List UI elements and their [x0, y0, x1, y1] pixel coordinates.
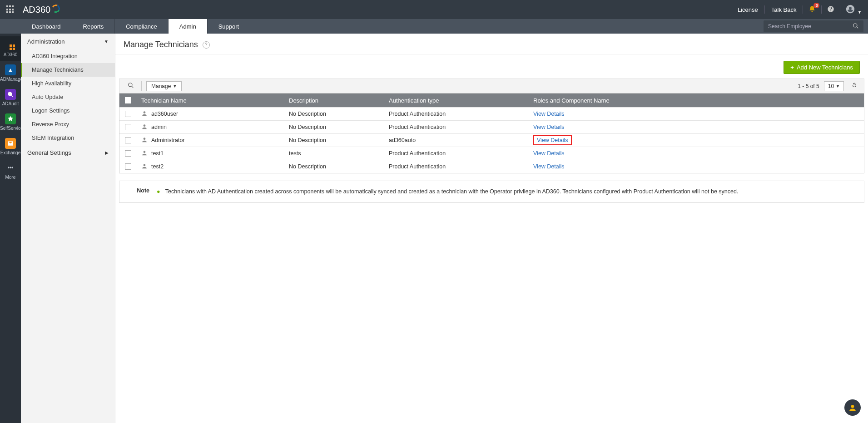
- help-icon[interactable]: ?: [203, 41, 210, 49]
- tabbar: Dashboard Reports Compliance Admin Suppo…: [0, 19, 868, 34]
- svg-point-1: [144, 111, 146, 113]
- description-cell: No Description: [284, 111, 384, 117]
- row-checkbox[interactable]: [125, 150, 131, 157]
- sidenav-item[interactable]: Manage Technicians: [21, 63, 115, 77]
- tab-admin[interactable]: Admin: [169, 19, 208, 34]
- svg-point-2: [144, 124, 146, 127]
- page-size-selector[interactable]: 10 ▼: [824, 81, 844, 91]
- table-row: AdministratorNo Descriptionad360autoView…: [119, 133, 864, 147]
- technician-name: test2: [151, 163, 164, 170]
- technician-name: ad360user: [151, 111, 178, 117]
- row-checkbox[interactable]: [125, 163, 131, 170]
- rail-label: SelfService: [0, 126, 21, 131]
- product-logo: AD360: [23, 5, 60, 15]
- rail-selfservice[interactable]: SelfService: [0, 110, 21, 134]
- divider: [821, 5, 822, 14]
- sidenav-section-label: General Settings: [27, 149, 71, 156]
- apps-grid-icon[interactable]: [5, 4, 16, 15]
- notifications-bell-icon[interactable]: 3: [807, 4, 818, 16]
- bullet-icon: ●: [157, 188, 160, 195]
- tab-reports[interactable]: Reports: [72, 19, 115, 34]
- view-details-link[interactable]: View Details: [533, 135, 572, 145]
- divider: [141, 81, 142, 91]
- sidenav-item[interactable]: AD360 Integration: [21, 49, 115, 63]
- search-icon[interactable]: [848, 23, 863, 30]
- help-icon[interactable]: [825, 4, 836, 16]
- table-search-icon[interactable]: [125, 81, 137, 91]
- view-details-link[interactable]: View Details: [533, 150, 565, 157]
- page-header: Manage Technicians ?: [115, 34, 868, 54]
- refresh-icon[interactable]: [848, 81, 860, 91]
- chat-bubble-button[interactable]: [844, 399, 861, 416]
- sidenav-item[interactable]: Logon Settings: [21, 104, 115, 118]
- main-content: Manage Technicians ? + Add New Technicia…: [115, 34, 868, 423]
- row-checkbox[interactable]: [125, 124, 131, 130]
- technicians-table: Technician Name Description Authenticati…: [119, 93, 864, 173]
- view-details-link[interactable]: View Details: [533, 124, 565, 130]
- user-icon: [141, 150, 148, 157]
- auth-cell: Product Authentication: [384, 124, 529, 130]
- rail-adaudit[interactable]: ADAudit: [0, 85, 21, 110]
- col-roles[interactable]: Roles and Component Name: [529, 97, 864, 104]
- sidenav-section-administration[interactable]: Administration ▼: [21, 34, 115, 49]
- table-row: ad360userNo DescriptionProduct Authentic…: [119, 107, 864, 120]
- notification-badge: 3: [813, 3, 819, 8]
- col-description[interactable]: Description: [284, 97, 384, 104]
- exchange-icon: [5, 138, 16, 149]
- chevron-down-icon: ▼: [104, 39, 109, 44]
- row-checkbox[interactable]: [125, 137, 131, 143]
- note-text: ● Technicians with AD Authentication cre…: [157, 187, 857, 196]
- user-icon: [141, 163, 148, 171]
- sidenav-item[interactable]: High Availability: [21, 77, 115, 90]
- note-body: Technicians with AD Authentication creat…: [165, 188, 739, 195]
- rail-ad360[interactable]: AD360: [0, 36, 21, 61]
- note-box: Note ● Technicians with AD Authenticatio…: [119, 181, 864, 203]
- topbar: AD360 License Talk Back 3 ▼: [0, 0, 868, 19]
- chevron-down-icon: ▼: [858, 10, 862, 15]
- sidenav-item[interactable]: SIEM Integration: [21, 131, 115, 145]
- select-all-checkbox[interactable]: [125, 97, 131, 103]
- table-header: Technician Name Description Authenticati…: [119, 93, 864, 107]
- tab-support[interactable]: Support: [208, 19, 251, 34]
- product-name: AD360: [23, 5, 50, 15]
- selfservice-icon: [5, 113, 16, 124]
- talkback-link[interactable]: Talk Back: [769, 5, 799, 15]
- rail-more[interactable]: ••• More: [0, 159, 21, 183]
- user-icon: [141, 123, 148, 131]
- divider: [803, 5, 803, 14]
- user-menu[interactable]: ▼: [844, 3, 863, 17]
- add-technicians-button[interactable]: + Add New Technicians: [784, 61, 860, 74]
- view-details-link[interactable]: View Details: [533, 163, 565, 170]
- tab-dashboard[interactable]: Dashboard: [21, 19, 72, 34]
- employee-search[interactable]: [764, 20, 863, 32]
- sidenav-section-label: Administration: [27, 38, 64, 45]
- description-cell: No Description: [284, 163, 384, 170]
- divider: [764, 5, 765, 14]
- tab-compliance[interactable]: Compliance: [115, 19, 169, 34]
- sidenav-section-general[interactable]: General Settings ▶: [21, 145, 115, 161]
- rail-exchange[interactable]: Exchange: [0, 134, 21, 159]
- search-input[interactable]: [764, 23, 848, 30]
- sidenav-item[interactable]: Reverse Proxy: [21, 118, 115, 131]
- chevron-down-icon: ▼: [173, 84, 177, 89]
- col-auth-type[interactable]: Authentication type: [384, 97, 529, 104]
- description-cell: tests: [284, 150, 384, 157]
- rail-label: AD360: [0, 52, 21, 57]
- svg-point-5: [144, 164, 146, 166]
- view-details-link[interactable]: View Details: [533, 111, 565, 117]
- col-technician-name[interactable]: Technician Name: [137, 97, 284, 104]
- table-row: adminNo DescriptionProduct Authenticatio…: [119, 120, 864, 133]
- manage-dropdown[interactable]: Manage ▼: [146, 81, 182, 91]
- add-button-label: Add New Technicians: [797, 64, 853, 71]
- rail-label: ADManager: [0, 77, 21, 82]
- rail-admanager[interactable]: ▲ ADManager: [0, 61, 21, 85]
- sidenav-item[interactable]: Auto Update: [21, 90, 115, 104]
- description-cell: No Description: [284, 124, 384, 130]
- pagination-range: 1 - 5 of 5: [798, 83, 819, 89]
- license-link[interactable]: License: [735, 5, 761, 15]
- svg-point-4: [144, 151, 146, 153]
- admanager-icon: ▲: [5, 64, 16, 75]
- rail-label: ADAudit: [0, 101, 21, 106]
- user-icon: [141, 110, 148, 118]
- row-checkbox[interactable]: [125, 111, 131, 117]
